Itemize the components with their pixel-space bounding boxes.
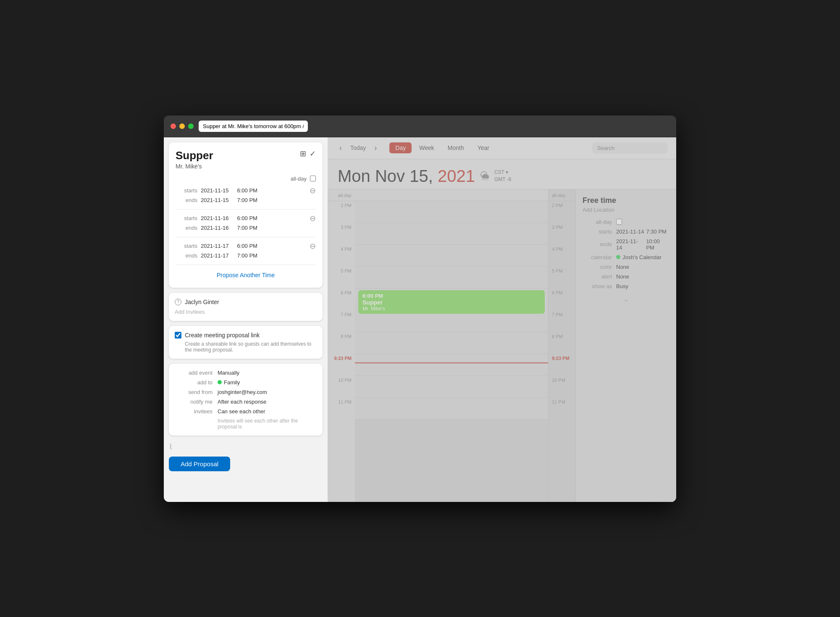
time-7pm-right: 7 PM bbox=[549, 310, 575, 332]
proposal-checkbox[interactable] bbox=[175, 332, 181, 339]
notify-me-row: notify me After each response bbox=[175, 399, 317, 405]
titlebar-input[interactable] bbox=[199, 121, 308, 132]
all-day-row: all-day bbox=[176, 176, 316, 182]
ends-time-1[interactable]: 7:00 PM bbox=[237, 197, 257, 203]
proposal-section: Create meeting proposal link Create a sh… bbox=[169, 326, 323, 359]
cal-date-header: Mon Nov 15, 2021 🌦 CST ▾ GMT -6 bbox=[328, 159, 676, 189]
calendar-area: ‹ Today › Day Week Month Year Mon Nov 15… bbox=[328, 137, 676, 502]
ends-date-3[interactable]: 2021-11-17 bbox=[201, 252, 229, 259]
starts-date-3[interactable]: 2021-11-17 bbox=[201, 243, 229, 249]
ends-label-1: ends bbox=[176, 197, 197, 203]
starts-row-1: starts 2021-11-15 6:00 PM ⊖ bbox=[176, 186, 316, 195]
calendar-dot-icon bbox=[218, 380, 222, 384]
remove-time-3[interactable]: ⊖ bbox=[310, 242, 316, 251]
event-form-inner: Supper Mr. Mike's ⊞ ✓ all-day bbox=[176, 149, 316, 281]
event-location: Mr. Mike's bbox=[176, 163, 213, 170]
cal-next-btn[interactable]: › bbox=[371, 142, 380, 154]
hour-3pm bbox=[355, 223, 548, 245]
close-button[interactable] bbox=[171, 123, 176, 129]
main-content: Supper Mr. Mike's ⊞ ✓ all-day bbox=[164, 137, 676, 502]
starts-date-1[interactable]: 2021-11-15 bbox=[201, 187, 229, 194]
time-7pm-left: 7 PM bbox=[328, 310, 355, 332]
proposal-checkbox-row: Create meeting proposal link bbox=[175, 332, 317, 339]
add-event-label: add event bbox=[175, 370, 213, 376]
time-group-2: starts 2021-11-16 6:00 PM ⊖ ends 2021-11… bbox=[176, 214, 316, 237]
all-day-center bbox=[355, 189, 548, 201]
invitee-row: ? Jaclyn Ginter bbox=[175, 299, 317, 305]
send-from-value: joshginter@hey.com bbox=[218, 389, 267, 395]
scroll-indicator: ⌇ bbox=[169, 441, 173, 453]
time-9pm-right: 9:23 PM bbox=[549, 354, 575, 376]
form-action-icons: ⊞ ✓ bbox=[300, 149, 316, 158]
starts-time-1[interactable]: 6:00 PM bbox=[237, 187, 257, 194]
add-to-label: add to bbox=[175, 379, 213, 386]
send-from-row: send from joshginter@hey.com bbox=[175, 389, 317, 395]
cal-search-input[interactable] bbox=[592, 142, 668, 154]
free-time-add-loc[interactable]: Add Location bbox=[583, 207, 669, 213]
time-9pm-left: 9:23 PM bbox=[328, 354, 355, 376]
starts-row-2: starts 2021-11-16 6:00 PM ⊖ bbox=[176, 214, 316, 223]
maximize-button[interactable] bbox=[188, 123, 194, 129]
invitees-note: Invitees will see each other after the p… bbox=[218, 418, 317, 430]
cal-body: all-day 2 PM 3 PM 4 PM 5 PM 6 PM 7 PM 8 … bbox=[328, 189, 676, 502]
notify-me-value: After each response bbox=[218, 399, 266, 405]
cal-view-day[interactable]: Day bbox=[389, 142, 412, 153]
time-5pm-left: 5 PM bbox=[328, 267, 355, 289]
cal-prev-btn[interactable]: ‹ bbox=[336, 142, 345, 154]
hour-5pm bbox=[355, 267, 548, 289]
invitees-label: invitees bbox=[175, 408, 213, 415]
time-10pm-left: 10 PM bbox=[328, 376, 355, 398]
time-8pm-right: 8 PM bbox=[549, 332, 575, 354]
hour-8pm bbox=[355, 332, 548, 354]
starts-time-2[interactable]: 6:00 PM bbox=[237, 215, 257, 221]
time-11pm-right: 11 PM bbox=[549, 398, 575, 420]
add-event-value: Manually bbox=[218, 370, 239, 376]
ends-date-2[interactable]: 2021-11-16 bbox=[201, 225, 229, 231]
all-day-label: all-day bbox=[291, 176, 307, 182]
ft-all-day-checkbox[interactable] bbox=[616, 219, 622, 225]
time-5pm-right: 5 PM bbox=[549, 267, 575, 289]
starts-time-3[interactable]: 6:00 PM bbox=[237, 243, 257, 249]
time-6pm-right: 6 PM bbox=[549, 289, 575, 310]
check-icon-btn[interactable]: ✓ bbox=[310, 149, 316, 158]
propose-another-time-btn[interactable]: Propose Another Time bbox=[176, 269, 316, 281]
ends-date-1[interactable]: 2021-11-15 bbox=[201, 197, 229, 203]
time-10pm-right: 10 PM bbox=[549, 376, 575, 398]
ft-show-as-row: show as Busy bbox=[583, 283, 669, 289]
hour-9pm bbox=[355, 354, 548, 376]
ft-alert-value: None bbox=[616, 273, 629, 280]
ends-time-2[interactable]: 7:00 PM bbox=[237, 225, 257, 231]
traffic-lights bbox=[171, 123, 194, 129]
cal-view-month[interactable]: Month bbox=[442, 142, 470, 153]
hour-11pm bbox=[355, 398, 548, 420]
time-4pm-left: 4 PM bbox=[328, 245, 355, 267]
time-column-right: all-day 2 PM 3 PM 4 PM 5 PM 6 PM 7 PM 8 … bbox=[548, 189, 575, 502]
cal-view-week[interactable]: Week bbox=[413, 142, 440, 153]
ft-calendar-value: Josh's Calendar bbox=[616, 254, 662, 260]
hour-10pm bbox=[355, 376, 548, 398]
cal-view-year[interactable]: Year bbox=[472, 142, 495, 153]
ends-time-3[interactable]: 7:00 PM bbox=[237, 252, 257, 259]
event-form: Supper Mr. Mike's ⊞ ✓ all-day bbox=[169, 142, 323, 288]
ft-all-day-label: all-day bbox=[583, 219, 612, 225]
ft-calendar-label: calendar bbox=[583, 254, 612, 260]
add-proposal-button[interactable]: Add Proposal bbox=[169, 457, 230, 471]
time-group-3: starts 2021-11-17 6:00 PM ⊖ ends 2021-11… bbox=[176, 242, 316, 265]
calendar-event-supper[interactable]: 6:00 PM Supper Mr. Mike's bbox=[358, 290, 545, 314]
remove-time-1[interactable]: ⊖ bbox=[310, 186, 316, 195]
minimize-button[interactable] bbox=[179, 123, 185, 129]
timezone-info: CST ▾ GMT -6 bbox=[494, 169, 511, 183]
all-day-checkbox[interactable] bbox=[310, 176, 316, 181]
starts-date-2[interactable]: 2021-11-16 bbox=[201, 215, 229, 221]
time-3pm-left: 3 PM bbox=[328, 223, 355, 245]
ft-show-as-value: Busy bbox=[616, 283, 628, 289]
cal-view-group: Day Week Month Year bbox=[389, 142, 495, 153]
cal-toolbar: ‹ Today › Day Week Month Year bbox=[328, 137, 676, 159]
proposal-label: Create meeting proposal link bbox=[185, 332, 260, 339]
add-invitees[interactable]: Add Invitees bbox=[175, 309, 317, 315]
invitee-name: Jaclyn Ginter bbox=[185, 299, 219, 305]
remove-time-2[interactable]: ⊖ bbox=[310, 214, 316, 223]
cal-today-btn[interactable]: Today bbox=[350, 144, 366, 151]
ft-starts-row: starts 2021-11-14 7:30 PM bbox=[583, 228, 669, 235]
calendar-icon-btn[interactable]: ⊞ bbox=[300, 149, 306, 158]
